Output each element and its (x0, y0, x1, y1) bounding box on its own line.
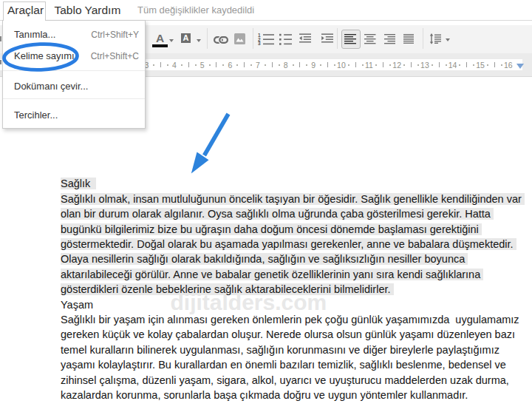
svg-text:3: 3 (258, 41, 261, 45)
